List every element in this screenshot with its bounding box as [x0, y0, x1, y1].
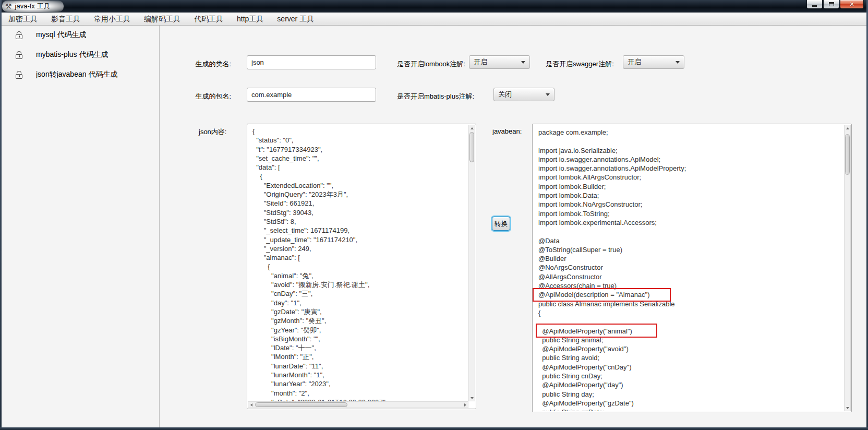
json-line: "set_cache_time": "", [252, 154, 468, 163]
package-name-input[interactable] [247, 88, 376, 102]
json-line: "gzYear": "癸卯", [252, 326, 468, 335]
javabean-line: @AllArgsConstructor [538, 272, 844, 281]
menu-item[interactable]: 编解码工具 [137, 13, 187, 26]
json-line: "_update_time": "1671174210", [252, 235, 468, 244]
javabean-vscroll-thumb[interactable] [845, 134, 850, 175]
json-line: { [252, 127, 468, 136]
title-bar[interactable]: ⚒ java-fx 工具 ✕ [0, 0, 868, 13]
scroll-up-arrow-icon[interactable] [845, 125, 850, 131]
convert-button[interactable]: 转换 [492, 217, 510, 231]
json-content-text[interactable]: { "status": "0", "t": "1677917334923", "… [248, 125, 468, 401]
minimize-button[interactable] [806, 0, 823, 9]
sidebar-item-label: json转javabean 代码生成 [36, 70, 117, 79]
sidebar-item-label: mybatis-plus 代码生成 [36, 50, 108, 59]
json-line: "day": "1", [252, 298, 468, 307]
window-title: java-fx 工具 [15, 2, 51, 11]
swagger-select-value: 开启 [628, 57, 670, 67]
app-icon: ⚒ [5, 3, 12, 10]
lombok-select-value: 开启 [474, 57, 516, 67]
javabean-line: import lombok.Builder; [538, 182, 844, 191]
maximize-button[interactable] [823, 0, 839, 9]
json-line: "lunarYear": "2023", [252, 379, 468, 388]
json-content-textarea[interactable]: { "status": "0", "t": "1677917334923", "… [247, 124, 476, 409]
class-name-input[interactable] [247, 55, 376, 69]
swagger-toggle-label: 是否开启swagger注解: [546, 59, 614, 69]
package-name-label: 生成的包名: [191, 92, 231, 101]
scroll-down-arrow-icon[interactable] [469, 395, 475, 401]
json-line: "OriginQuery": "2023年3月", [252, 190, 468, 199]
javabean-line: package com.example; [538, 128, 844, 137]
sidebar-item[interactable]: mybatis-plus 代码生成 [16, 49, 108, 61]
scroll-up-arrow-icon[interactable] [469, 125, 475, 131]
close-button[interactable]: ✕ [840, 0, 864, 9]
highlight-box-apimodelproperty [536, 324, 657, 338]
javabean-line [538, 227, 844, 236]
scroll-right-arrow-icon[interactable] [462, 402, 468, 408]
sidebar-item-label: mysql 代码生成 [36, 30, 86, 40]
javabean-line: import lombok.ToString; [538, 209, 844, 218]
javabean-line: @Data [538, 236, 844, 245]
title-area: ⚒ java-fx 工具 [2, 1, 64, 12]
json-line: "avoid": "搬新房.安门.祭祀.谢土", [252, 280, 468, 289]
sidebar-divider [159, 26, 160, 427]
mybatis-select[interactable]: 关闭 [493, 88, 554, 101]
json-line: "lMonth": "正", [252, 352, 468, 361]
javabean-line: @ApiModelProperty("gzDate") [538, 399, 844, 408]
javabean-line [538, 137, 844, 146]
json-line: "lunarDate": "11", [252, 362, 468, 371]
window-frame-left [0, 0, 2, 430]
menu-item[interactable]: 加密工具 [2, 13, 44, 26]
highlight-box-apimodel [533, 288, 671, 302]
json-line: "cnDay": "三", [252, 289, 468, 298]
javabean-line: import io.swagger.annotations.ApiModelPr… [538, 164, 844, 173]
javabean-line: @ApiModelProperty("day") [538, 380, 844, 389]
chevron-down-icon [521, 61, 525, 64]
menu-item[interactable]: 影音工具 [44, 13, 87, 26]
lombok-select[interactable]: 开启 [469, 55, 530, 69]
menu-item[interactable]: 常用小工具 [87, 13, 137, 26]
javabean-line: import java.io.Serializable; [538, 146, 844, 155]
json-vertical-scrollbar[interactable] [468, 125, 475, 401]
javabean-text[interactable]: package com.example; import java.io.Seri… [533, 125, 844, 411]
lock-icon [16, 71, 22, 79]
json-horizontal-scrollbar[interactable] [248, 401, 468, 408]
json-line: "almanac": [ [252, 253, 468, 262]
json-line: "isBigMonth": "", [252, 335, 468, 343]
menu-item[interactable]: 代码工具 [187, 13, 230, 26]
javabean-textarea[interactable]: package com.example; import java.io.Seri… [532, 124, 852, 412]
close-icon: ✕ [849, 2, 854, 7]
javabean-line: @Builder [538, 254, 844, 263]
menu-item[interactable]: http工具 [230, 13, 270, 26]
json-line: "lDate": "十一", [252, 343, 468, 352]
minimize-icon [812, 5, 817, 7]
scroll-left-arrow-icon[interactable] [248, 402, 254, 408]
lombok-toggle-label: 是否开启lombook注解: [397, 59, 465, 69]
chevron-down-icon [676, 61, 680, 64]
json-line: "animal": "兔", [252, 271, 468, 280]
javabean-line: { [538, 308, 844, 317]
javabean-label: javabean: [492, 127, 522, 135]
javabean-line: import lombok.NoArgsConstructor; [538, 200, 844, 209]
json-line: "data": [ [252, 163, 468, 172]
json-line: "month": "2", [252, 389, 468, 398]
json-line: "status": "0", [252, 136, 468, 145]
javabean-line: @NoArgsConstructor [538, 263, 844, 272]
json-line: "t": "1677917334923", [252, 145, 468, 154]
sidebar-item[interactable]: mysql 代码生成 [16, 29, 86, 41]
json-line: "gzDate": "庚寅", [252, 307, 468, 316]
javabean-line: import io.swagger.annotations.ApiModel; [538, 155, 844, 164]
json-line: { [252, 262, 468, 271]
json-hscroll-thumb[interactable] [255, 402, 347, 407]
json-line: "_select_time": 1671174199, [252, 226, 468, 235]
javabean-vertical-scrollbar[interactable] [844, 125, 851, 411]
javabean-line: @ApiModelProperty("cnDay") [538, 363, 844, 372]
json-line: "SiteId": 661921, [252, 199, 468, 208]
application-window: ⚒ java-fx 工具 ✕ 加密工具 影音工具 常用小工具 编解码工具 代码工… [0, 0, 868, 430]
swagger-select[interactable]: 开启 [623, 55, 684, 69]
sidebar-item[interactable]: json转javabean 代码生成 [16, 69, 117, 80]
json-line: "gzMonth": "癸丑", [252, 316, 468, 325]
json-line: "ExtendedLocation": "", [252, 181, 468, 190]
scroll-down-arrow-icon[interactable] [845, 405, 850, 411]
menu-item[interactable]: server 工具 [270, 13, 321, 26]
json-vscroll-thumb[interactable] [469, 132, 474, 162]
